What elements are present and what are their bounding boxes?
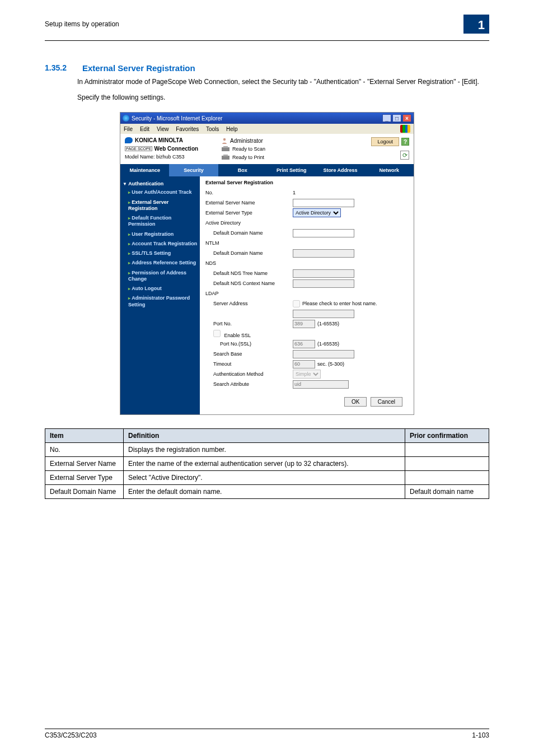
ad-default-domain-name-label: Default Domain Name bbox=[205, 230, 289, 236]
logout-button[interactable]: Logout bbox=[371, 137, 399, 146]
timeout-hint: sec. (5-300) bbox=[317, 361, 344, 367]
sidebar-item-ssl-tls-setting[interactable]: SSL/TLS Setting bbox=[123, 249, 198, 258]
active-directory-group: Active Directory bbox=[205, 220, 289, 226]
menu-edit[interactable]: Edit bbox=[140, 126, 149, 132]
sidebar-item-default-function-permission[interactable]: Default Function Permission bbox=[123, 213, 198, 230]
brand-icon bbox=[125, 137, 133, 143]
table-row: External Server Type Select "Active Dire… bbox=[45, 471, 489, 485]
nds-context-name-label: Default NDS Context Name bbox=[205, 281, 289, 286]
admin-indicator: Administrator bbox=[221, 137, 364, 144]
nds-context-name-input bbox=[293, 279, 354, 288]
cancel-button[interactable]: Cancel bbox=[371, 397, 402, 407]
port-no-input bbox=[293, 320, 315, 328]
auth-method-select: Simple bbox=[293, 370, 321, 379]
footer-page: 1-103 bbox=[472, 731, 489, 739]
svg-rect-5 bbox=[223, 155, 228, 156]
auth-method-label: Authentication Method bbox=[205, 371, 289, 377]
maximize-button[interactable]: □ bbox=[392, 114, 401, 122]
ie-menubar: File Edit View Favorites Tools Help bbox=[120, 124, 414, 134]
brand-label: KONICA MINOLTA bbox=[125, 137, 214, 143]
model-label: Model Name: bizhub C353 bbox=[125, 154, 214, 160]
search-base-input bbox=[293, 350, 354, 358]
printer-icon bbox=[221, 154, 230, 161]
sidebar: Authentication User Auth/Account Track E… bbox=[120, 176, 200, 414]
footer-model: C353/C253/C203 bbox=[45, 731, 97, 739]
external-server-type-label: External Server Type bbox=[205, 210, 289, 216]
svg-rect-2 bbox=[222, 147, 229, 151]
tab-store-address[interactable]: Store Address bbox=[316, 164, 364, 176]
ldap-server-address-label: Server Address bbox=[205, 301, 289, 306]
tab-network[interactable]: Network bbox=[365, 164, 414, 176]
ldap-server-address-input bbox=[293, 310, 354, 318]
menu-file[interactable]: File bbox=[124, 126, 133, 132]
sidebar-item-user-auth[interactable]: User Auth/Account Track bbox=[123, 188, 198, 197]
printer-status: Ready to Print bbox=[221, 154, 364, 161]
product-label: PAGE SCOPE Web Connection bbox=[125, 146, 214, 152]
sidebar-item-external-server-registration[interactable]: External Server Registration bbox=[123, 198, 198, 214]
breadcrumb: Setup items by operation bbox=[45, 20, 119, 28]
section-number: 1.35.2 bbox=[45, 63, 67, 73]
ldap-host-name-hint: Please check to enter host name. bbox=[302, 301, 377, 306]
enable-ssl-checkbox bbox=[213, 330, 221, 337]
nds-group: NDS bbox=[205, 260, 289, 266]
port-no-ssl-label: Port No.(SSL) bbox=[205, 341, 289, 347]
menu-view[interactable]: View bbox=[157, 126, 169, 132]
ok-button[interactable]: OK bbox=[344, 397, 367, 407]
sidebar-item-address-reference-setting[interactable]: Address Reference Setting bbox=[123, 258, 198, 268]
port-no-ssl-input bbox=[293, 340, 315, 348]
sidebar-item-admin-password-setting[interactable]: Administrator Password Setting bbox=[123, 293, 198, 310]
timeout-label: Timeout bbox=[205, 361, 289, 367]
scanner-icon bbox=[221, 146, 230, 152]
external-server-type-select[interactable]: Active Directory bbox=[293, 208, 341, 217]
sidebar-item-account-track-registration[interactable]: Account Track Registration bbox=[123, 239, 198, 249]
definition-table: Item Definition Prior confirmation No. D… bbox=[45, 428, 489, 499]
port-no-label: Port No. bbox=[205, 321, 289, 326]
sidebar-group-authentication[interactable]: Authentication bbox=[123, 180, 198, 188]
no-label: No. bbox=[205, 190, 289, 195]
port-hint: (1-65535) bbox=[317, 321, 339, 326]
minimize-button[interactable]: _ bbox=[382, 114, 391, 122]
external-server-name-input[interactable] bbox=[293, 199, 354, 207]
embedded-screenshot: Security - Microsoft Internet Explorer _… bbox=[120, 112, 414, 415]
ie-titlebar: Security - Microsoft Internet Explorer _… bbox=[120, 113, 414, 124]
ie-title: Security - Microsoft Internet Explorer bbox=[132, 115, 222, 122]
chapter-badge: 1 bbox=[463, 15, 489, 34]
nds-tree-name-input bbox=[293, 269, 354, 278]
sidebar-item-permission-of-address-change[interactable]: Permission of Address Change bbox=[123, 268, 198, 284]
menu-tools[interactable]: Tools bbox=[206, 126, 219, 132]
scanner-status: Ready to Scan bbox=[221, 146, 364, 152]
menu-favorites[interactable]: Favorites bbox=[176, 126, 199, 132]
table-row: External Server Name Enter the name of t… bbox=[45, 457, 489, 471]
tab-security[interactable]: Security bbox=[169, 164, 218, 176]
tab-box[interactable]: Box bbox=[218, 164, 267, 176]
svg-rect-4 bbox=[222, 156, 229, 160]
form-title: External Server Registration bbox=[205, 180, 408, 185]
sidebar-item-auto-logout[interactable]: Auto Logout bbox=[123, 284, 198, 293]
search-base-label: Search Base bbox=[205, 351, 289, 357]
ie-icon bbox=[123, 115, 129, 122]
search-attribute-label: Search Attribute bbox=[205, 381, 289, 387]
user-icon bbox=[221, 137, 228, 144]
tab-print-setting[interactable]: Print Setting bbox=[267, 164, 316, 176]
th-definition: Definition bbox=[124, 429, 405, 443]
main-tabs: Maintenance Security Box Print Setting S… bbox=[120, 164, 414, 176]
close-button[interactable]: × bbox=[402, 114, 411, 122]
table-row: Default Domain Name Enter the default do… bbox=[45, 485, 489, 499]
ntlm-default-domain-name-input bbox=[293, 249, 354, 258]
sidebar-item-user-registration[interactable]: User Registration bbox=[123, 230, 198, 239]
nds-tree-name-label: Default NDS Tree Name bbox=[205, 270, 289, 276]
section-title: External Server Registration bbox=[82, 63, 195, 73]
ldap-group: LDAP bbox=[205, 291, 289, 296]
ad-default-domain-name-input[interactable] bbox=[293, 229, 354, 237]
enable-ssl-label: Enable SSL bbox=[205, 330, 289, 338]
ntlm-group: NTLM bbox=[205, 240, 289, 246]
ntlm-default-domain-name-label: Default Domain Name bbox=[205, 250, 289, 256]
search-attribute-input bbox=[293, 380, 349, 389]
refresh-button[interactable]: ⟳ bbox=[400, 151, 409, 160]
tab-maintenance[interactable]: Maintenance bbox=[120, 164, 169, 176]
no-value: 1 bbox=[293, 190, 296, 195]
menu-help[interactable]: Help bbox=[226, 126, 238, 132]
section-paragraph-2: Specify the following settings. bbox=[77, 93, 489, 102]
help-button[interactable]: ? bbox=[401, 138, 409, 146]
port-ssl-hint: (1-65535) bbox=[317, 341, 339, 347]
